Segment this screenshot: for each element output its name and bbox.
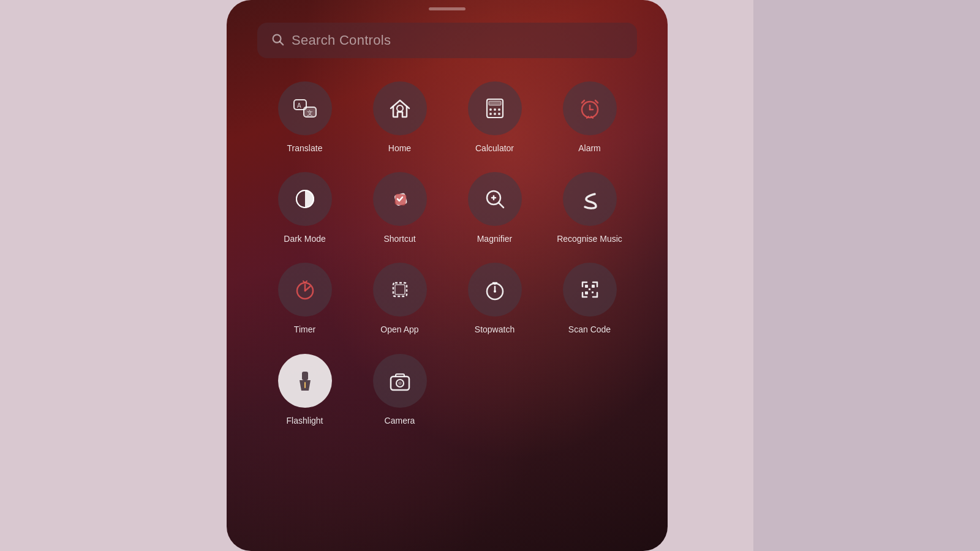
translate-label: Translate [287, 143, 323, 154]
music-label: Recognise Music [557, 233, 622, 244]
svg-text:A: A [297, 102, 301, 109]
svg-rect-41 [592, 291, 594, 293]
home-label: Home [388, 143, 411, 154]
search-bar[interactable]: Search Controls [257, 23, 637, 58]
stopwatch-label: Stopwatch [475, 324, 514, 335]
grid-item-alarm[interactable]: Alarm [542, 75, 637, 160]
svg-rect-40 [585, 291, 588, 294]
phone-frame: Search Controls A 文 Translate [227, 0, 668, 551]
svg-point-12 [489, 113, 492, 115]
left-panel [0, 0, 227, 551]
grid-item-flashlight[interactable]: Flashlight [257, 348, 352, 432]
grid-item-shortcut[interactable]: Shortcut [352, 166, 447, 250]
grid-item-scancode[interactable]: Scan Code [542, 257, 637, 341]
search-icon [271, 32, 284, 49]
svg-rect-42 [589, 288, 590, 290]
svg-line-1 [280, 42, 283, 45]
camera-label: Camera [385, 415, 415, 426]
openapp-icon-circle [373, 263, 427, 317]
svg-text:文: 文 [307, 110, 313, 116]
svg-point-6 [397, 105, 403, 111]
svg-rect-43 [302, 372, 308, 380]
translate-icon-circle: A 文 [278, 81, 332, 135]
grid-item-stopwatch[interactable]: Stopwatch [447, 257, 542, 341]
grid-item-calculator[interactable]: Calculator [447, 75, 542, 160]
svg-point-14 [498, 113, 500, 115]
svg-point-13 [494, 113, 496, 115]
drag-handle [429, 7, 466, 10]
grid-item-magnifier[interactable]: Magnifier [447, 166, 542, 250]
svg-line-27 [499, 203, 503, 208]
magnifier-icon-circle [468, 172, 522, 226]
home-icon-circle [373, 81, 427, 135]
shortcut-icon-circle [373, 172, 427, 226]
timer-icon-circle [278, 263, 332, 317]
grid-item-timer[interactable]: Timer [257, 257, 352, 341]
grid-item-darkmode[interactable]: Dark Mode [257, 166, 352, 250]
grid-item-home[interactable]: Home [352, 75, 447, 160]
svg-rect-39 [592, 285, 595, 288]
flashlight-icon-circle [278, 354, 332, 408]
svg-point-9 [489, 108, 492, 111]
scancode-icon-circle [563, 263, 617, 317]
calculator-icon-circle [468, 81, 522, 135]
svg-rect-32 [395, 285, 405, 294]
darkmode-icon-circle [278, 172, 332, 226]
timer-label: Timer [294, 324, 315, 335]
svg-point-11 [498, 108, 500, 111]
grid-item-openapp[interactable]: Open App [352, 257, 447, 341]
calculator-label: Calculator [475, 143, 514, 154]
right-panel [753, 0, 980, 551]
grid-item-music[interactable]: Recognise Music [542, 166, 637, 250]
grid-item-translate[interactable]: A 文 Translate [257, 75, 352, 160]
shortcut-label: Shortcut [383, 233, 415, 244]
alarm-label: Alarm [578, 143, 601, 154]
grid-item-camera[interactable]: Camera [352, 348, 447, 432]
svg-point-10 [494, 108, 496, 111]
svg-rect-8 [489, 101, 501, 105]
alarm-icon-circle [563, 81, 617, 135]
svg-line-19 [595, 100, 598, 103]
svg-point-37 [494, 290, 496, 293]
magnifier-label: Magnifier [477, 233, 513, 244]
svg-rect-38 [585, 285, 588, 288]
darkmode-label: Dark Mode [284, 233, 325, 244]
camera-icon-circle [373, 354, 427, 408]
openapp-label: Open App [380, 324, 418, 335]
svg-line-18 [582, 100, 584, 103]
flashlight-label: Flashlight [287, 415, 323, 426]
controls-grid: A 文 Translate Home [257, 75, 637, 432]
scancode-label: Scan Code [568, 324, 611, 335]
stopwatch-icon-circle [468, 263, 522, 317]
music-icon-circle [563, 172, 617, 226]
svg-point-47 [398, 381, 402, 385]
search-placeholder: Search Controls [292, 32, 391, 48]
